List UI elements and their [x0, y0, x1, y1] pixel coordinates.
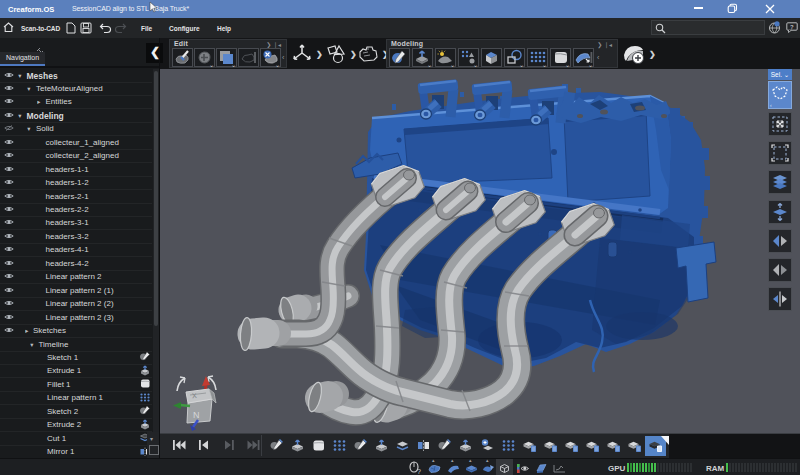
- svg-text:N: N: [193, 410, 200, 420]
- svg-text:?: ?: [417, 468, 421, 475]
- svg-text:?: ?: [790, 24, 794, 30]
